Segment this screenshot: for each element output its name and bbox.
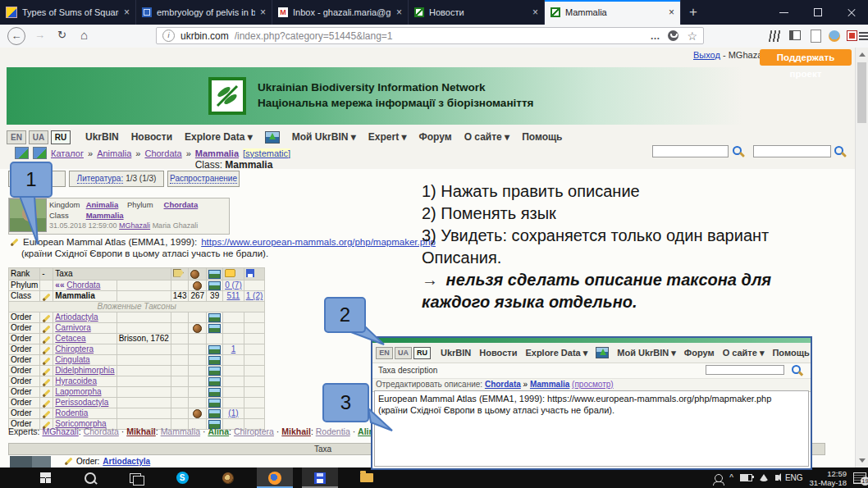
forward-icon[interactable]: → bbox=[34, 29, 45, 41]
edit-pencil-icon[interactable] bbox=[43, 368, 51, 376]
breadcrumb-catalog[interactable]: Каталог bbox=[51, 148, 84, 158]
menu-item[interactable]: Помощь bbox=[522, 131, 562, 143]
lang-ru-button[interactable]: RU bbox=[51, 130, 71, 144]
edit-pencil-icon[interactable] bbox=[43, 315, 51, 323]
tab-close-icon[interactable]: × bbox=[532, 7, 538, 18]
expert-link[interactable]: Mikhail bbox=[126, 426, 156, 436]
menu-item[interactable]: Мой UkrBIN ▾ bbox=[292, 131, 356, 143]
comment-count-cell[interactable]: 0 (7) bbox=[223, 280, 244, 291]
edit-chordata-link[interactable]: Chordata bbox=[485, 380, 521, 389]
tab-close-icon[interactable]: × bbox=[260, 7, 266, 18]
edit-pencil-icon[interactable] bbox=[43, 326, 51, 334]
comment-icon[interactable] bbox=[225, 269, 235, 277]
browser-tab[interactable]: MInbox - ghazali.maria@gmail.c× bbox=[272, 0, 409, 25]
atlas-link[interactable]: https://www.european-mammals.org/php/map… bbox=[201, 237, 436, 247]
menu-item[interactable]: UkrBIN bbox=[441, 348, 471, 358]
site-search-icon[interactable] bbox=[832, 144, 847, 159]
window-restore-button[interactable] bbox=[801, 0, 834, 25]
extra-count-cell[interactable]: 1 (2) bbox=[244, 291, 265, 302]
taxon-link[interactable]: Artiodactyla bbox=[55, 312, 98, 322]
firefox-app-button[interactable] bbox=[257, 467, 293, 488]
taxon-link[interactable]: Rodentia bbox=[55, 408, 88, 417]
edit-pencil-icon[interactable] bbox=[43, 358, 51, 366]
taxon-link[interactable]: Lagomorpha bbox=[55, 387, 101, 396]
browser-tab[interactable]: embryology of pelvis in birds -× bbox=[136, 0, 272, 25]
menu-item[interactable]: UkrBIN bbox=[85, 131, 119, 143]
extension-red-icon[interactable] bbox=[847, 30, 857, 41]
window-close-button[interactable] bbox=[834, 0, 868, 25]
rank-header[interactable]: Rank bbox=[9, 268, 40, 280]
catalog-view-icon[interactable] bbox=[15, 147, 29, 159]
breadcrumb-mammalia[interactable]: Mammalia bbox=[195, 148, 239, 158]
class-link[interactable]: Mammalia bbox=[86, 211, 124, 220]
lang-en-button[interactable]: EN bbox=[376, 347, 393, 359]
keyboard-language[interactable]: ENG bbox=[785, 473, 803, 482]
taxon-link[interactable]: Cingulata bbox=[55, 355, 89, 364]
wifi-icon[interactable] bbox=[759, 474, 769, 481]
reader-page-icon[interactable] bbox=[811, 30, 821, 43]
expert-link[interactable]: Alina bbox=[208, 426, 229, 436]
menu-item[interactable]: Помощь bbox=[772, 348, 809, 358]
start-button[interactable] bbox=[27, 467, 63, 488]
taxon-link[interactable]: Mammalia bbox=[55, 291, 94, 300]
people-tray-icon[interactable] bbox=[715, 474, 723, 482]
speaker-icon[interactable] bbox=[775, 475, 779, 481]
site-search-input[interactable] bbox=[753, 145, 831, 157]
menu-item[interactable]: О сайте ▾ bbox=[464, 131, 509, 143]
taxon-link[interactable]: Didelphimorphia bbox=[55, 366, 114, 375]
edit-pencil-icon[interactable] bbox=[43, 336, 51, 344]
site-info-icon[interactable]: i bbox=[162, 30, 175, 42]
inset-search-icon[interactable] bbox=[789, 364, 804, 377]
edit-pencil-icon[interactable] bbox=[65, 458, 73, 466]
scroll-up-icon[interactable] bbox=[859, 52, 866, 57]
browser-tab[interactable]: Types of Sums of Squares — A× bbox=[0, 0, 136, 25]
comment-count-cell[interactable]: 511 bbox=[223, 291, 244, 302]
edit-pencil-icon[interactable] bbox=[43, 379, 51, 387]
sidebar-icon[interactable] bbox=[789, 30, 801, 40]
new-tab-button[interactable]: + bbox=[681, 0, 706, 25]
tag-icon[interactable] bbox=[173, 269, 184, 277]
back-icon[interactable]: ← bbox=[7, 27, 25, 45]
window-minimize-button[interactable] bbox=[767, 0, 801, 25]
comment-count-cell[interactable]: (1) bbox=[223, 408, 244, 419]
systematic-link[interactable]: [systematic] bbox=[243, 148, 290, 158]
order-photo-thumbnail[interactable] bbox=[10, 456, 51, 467]
taxon-link[interactable]: Chiroptera bbox=[55, 344, 94, 353]
tab-close-icon[interactable]: × bbox=[396, 7, 402, 18]
battery-icon[interactable] bbox=[740, 474, 752, 481]
tab-distribution[interactable]: Распространение bbox=[167, 171, 240, 187]
shell-app-button[interactable] bbox=[210, 467, 246, 488]
task-view-button[interactable] bbox=[117, 467, 153, 488]
expert-taxon-link[interactable]: Chiroptera bbox=[234, 426, 274, 436]
menu-item[interactable]: Explore Data ▾ bbox=[525, 348, 587, 358]
browser-tab[interactable]: Mammalia× bbox=[545, 0, 681, 25]
menu-item[interactable]: Форум bbox=[419, 131, 452, 143]
taxon-link[interactable]: Perissodactyla bbox=[55, 398, 108, 407]
edit-pencil-icon[interactable] bbox=[43, 294, 51, 302]
taxon-link[interactable]: Cetacea bbox=[55, 334, 85, 343]
lang-ua-button[interactable]: UA bbox=[395, 347, 412, 359]
taxon-photo[interactable] bbox=[9, 198, 47, 232]
tab-close-icon[interactable]: × bbox=[669, 7, 674, 18]
address-bar[interactable]: i ukrbin.com/index.php?category=51445&la… bbox=[156, 27, 704, 44]
inset-search-input[interactable] bbox=[706, 365, 784, 375]
bottom-taxa-header[interactable]: Taxa bbox=[314, 445, 331, 454]
photo-ball-icon[interactable] bbox=[190, 270, 199, 279]
pocket-icon[interactable] bbox=[668, 30, 678, 41]
add-observation-icon[interactable] bbox=[265, 131, 280, 144]
taxon-link[interactable]: Carnivora bbox=[55, 323, 90, 332]
phylum-link[interactable]: Chordata bbox=[164, 200, 199, 209]
clock[interactable]: 12:59 31-May-18 bbox=[810, 469, 847, 487]
kingdom-link[interactable]: Animalia bbox=[86, 200, 119, 209]
menu-item[interactable]: Новости bbox=[479, 348, 517, 358]
page-actions-icon[interactable]: … bbox=[650, 30, 660, 42]
menu-item[interactable]: Новости bbox=[131, 131, 172, 143]
bookmark-star-icon[interactable]: ☆ bbox=[687, 30, 697, 43]
lang-en-button[interactable]: EN bbox=[7, 130, 26, 144]
scrollbar-thumb[interactable] bbox=[857, 62, 866, 123]
action-center-icon[interactable]: 19 bbox=[853, 472, 866, 484]
catalog-export-icon[interactable] bbox=[33, 147, 47, 159]
preview-link[interactable]: (просмотр) bbox=[572, 380, 614, 389]
editor-link[interactable]: MGhazali bbox=[119, 221, 150, 230]
description-textarea[interactable]: European Mammal Atlas (EMMA1, 1999): htt… bbox=[374, 390, 809, 467]
